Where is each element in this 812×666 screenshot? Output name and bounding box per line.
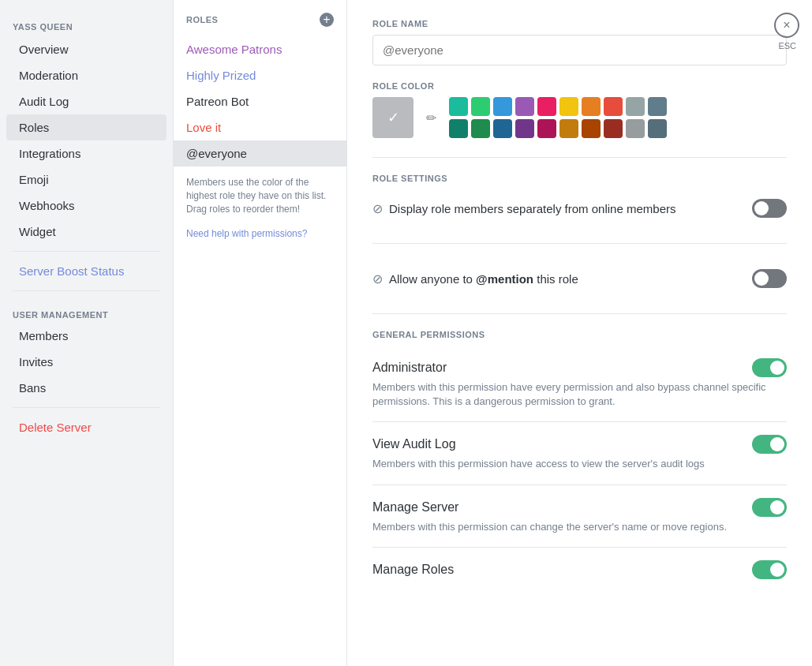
color-dot-206694[interactable] (493, 119, 512, 138)
permission-manage-server-header: Manage Server (372, 498, 787, 517)
sidebar-item-integrations[interactable]: Integrations (6, 140, 167, 166)
role-item-everyone[interactable]: @everyone (174, 140, 346, 166)
allow-mention-row: ⊘ Allow anyone to @mention this role (372, 260, 787, 297)
roles-info-text: Members use the color of the highest rol… (174, 166, 346, 225)
color-section: ROLE COLOR ✓ ✏ (372, 81, 787, 138)
color-row-1 (449, 97, 667, 116)
color-grid (449, 97, 667, 138)
display-role-icon: ⊘ (372, 201, 383, 216)
role-item-love-it[interactable]: Love it (174, 114, 346, 140)
permission-administrator-desc: Members with this permission have every … (372, 380, 787, 409)
checkmark-icon: ✓ (387, 109, 399, 126)
user-management-label: USER MANAGEMENT (0, 297, 173, 323)
permission-administrator-name: Administrator (372, 361, 447, 375)
role-item-patreon-bot[interactable]: Patreon Bot (174, 88, 346, 114)
selected-color-swatch[interactable]: ✓ (372, 97, 413, 138)
color-dot-3498db[interactable] (493, 97, 512, 116)
color-dot-e74c3c[interactable] (604, 97, 623, 116)
sidebar-item-delete-server[interactable]: Delete Server (6, 414, 167, 440)
divider-1 (13, 251, 160, 252)
permission-view-audit-log-header: View Audit Log (372, 435, 787, 454)
display-role-content: ⊘ Display role members separately from o… (372, 200, 752, 217)
sidebar: YASS QUEEN Overview Moderation Audit Log… (0, 0, 174, 666)
sidebar-item-emoji[interactable]: Emoji (6, 166, 167, 193)
permission-administrator-header: Administrator (372, 358, 787, 377)
display-role-text: Display role members separately from onl… (389, 200, 675, 217)
divider-3 (13, 407, 160, 408)
permission-manage-server-name: Manage Server (372, 500, 458, 514)
allow-mention-icon: ⊘ (372, 271, 383, 286)
display-role-toggle[interactable] (752, 199, 787, 218)
color-dot-979c9f[interactable] (626, 119, 645, 138)
close-icon: × (783, 18, 790, 32)
role-item-awesome-patrons[interactable]: Awesome Patrons (174, 36, 346, 62)
sidebar-item-members[interactable]: Members (6, 323, 167, 349)
eyedropper-button[interactable]: ✏ (423, 107, 440, 129)
color-dot-71368a[interactable] (515, 119, 534, 138)
display-role-row: ⊘ Display role members separately from o… (372, 189, 787, 227)
sidebar-item-moderation[interactable]: Moderation (6, 62, 167, 88)
permission-manage-roles-name: Manage Roles (372, 563, 454, 577)
permission-view-audit-log-desc: Members with this permission have access… (372, 457, 787, 471)
role-color-label: ROLE COLOR (372, 81, 787, 91)
close-button[interactable]: × (774, 13, 799, 38)
role-name-input[interactable] (372, 35, 787, 65)
color-picker-row: ✓ ✏ (372, 97, 787, 138)
server-name: YASS QUEEN (0, 16, 173, 36)
color-dot-e67e22[interactable] (582, 97, 601, 116)
sidebar-item-webhooks[interactable]: Webhooks (6, 193, 167, 219)
permissions-section: Administrator Members with this permissi… (372, 346, 787, 592)
permission-manage-roles-header: Manage Roles (372, 560, 787, 579)
roles-panel: ROLES + Awesome Patrons Highly Prized Pa… (174, 0, 347, 666)
main-content: × ESC ROLE NAME ROLE COLOR ✓ ✏ (347, 0, 812, 666)
permission-manage-roles: Manage Roles (372, 547, 787, 592)
sidebar-item-audit-log[interactable]: Audit Log (6, 88, 167, 114)
permission-view-audit-log: View Audit Log Members with this permiss… (372, 421, 787, 484)
color-dot-607d8b[interactable] (648, 97, 667, 116)
sidebar-item-invites[interactable]: Invites (6, 349, 167, 375)
role-item-highly-prized[interactable]: Highly Prized (174, 62, 346, 88)
esc-label: ESC (778, 41, 796, 51)
permission-administrator-toggle[interactable] (752, 358, 787, 377)
eyedropper-icon: ✏ (426, 111, 436, 125)
color-dot-ad1457[interactable] (537, 119, 556, 138)
permission-administrator: Administrator Members with this permissi… (372, 346, 787, 421)
permission-manage-server-desc: Members with this permission can change … (372, 520, 787, 534)
permission-view-audit-log-toggle[interactable] (752, 435, 787, 454)
permission-manage-server: Manage Server Members with this permissi… (372, 485, 787, 547)
permission-manage-server-toggle[interactable] (752, 498, 787, 517)
divider-2 (13, 290, 160, 291)
color-dot-f1c40f[interactable] (559, 97, 578, 116)
role-name-label: ROLE NAME (372, 19, 787, 28)
roles-panel-header: ROLES + (174, 13, 346, 36)
roles-help-link[interactable]: Need help with permissions? (174, 225, 346, 242)
permission-manage-roles-toggle[interactable] (752, 560, 787, 579)
color-dot-1f8b4c[interactable] (471, 119, 490, 138)
color-dot-1abc9c[interactable] (449, 97, 468, 116)
color-dot-9b59b6[interactable] (515, 97, 534, 116)
roles-panel-title: ROLES (186, 15, 218, 24)
divider-settings-1 (372, 243, 787, 244)
color-dot-992d22[interactable] (604, 119, 623, 138)
sidebar-item-overview[interactable]: Overview (6, 36, 167, 62)
sidebar-item-bans[interactable]: Bans (6, 375, 167, 401)
permission-view-audit-log-name: View Audit Log (372, 437, 456, 451)
color-dot-546e7a[interactable] (648, 119, 667, 138)
color-dot-a84300[interactable] (582, 119, 601, 138)
color-dot-11806a[interactable] (449, 119, 468, 138)
allow-mention-toggle[interactable] (752, 269, 787, 288)
divider-color-settings (372, 157, 787, 158)
sidebar-item-roles[interactable]: Roles (6, 114, 167, 140)
role-settings-label: ROLE SETTINGS (372, 174, 787, 183)
color-dot-e91e63[interactable] (537, 97, 556, 116)
allow-mention-content: ⊘ Allow anyone to @mention this role (372, 271, 752, 287)
allow-mention-text: Allow anyone to @mention this role (389, 271, 578, 287)
color-dot-2ecc71[interactable] (471, 97, 490, 116)
color-dot-c27c0e[interactable] (559, 119, 578, 138)
color-row-2 (449, 119, 667, 138)
color-dot-95a5a6[interactable] (626, 97, 645, 116)
general-permissions-label: GENERAL PERMISSIONS (372, 330, 787, 339)
add-role-button[interactable]: + (320, 13, 334, 27)
sidebar-item-boost-status[interactable]: Server Boost Status (6, 258, 167, 284)
sidebar-item-widget[interactable]: Widget (6, 219, 167, 245)
